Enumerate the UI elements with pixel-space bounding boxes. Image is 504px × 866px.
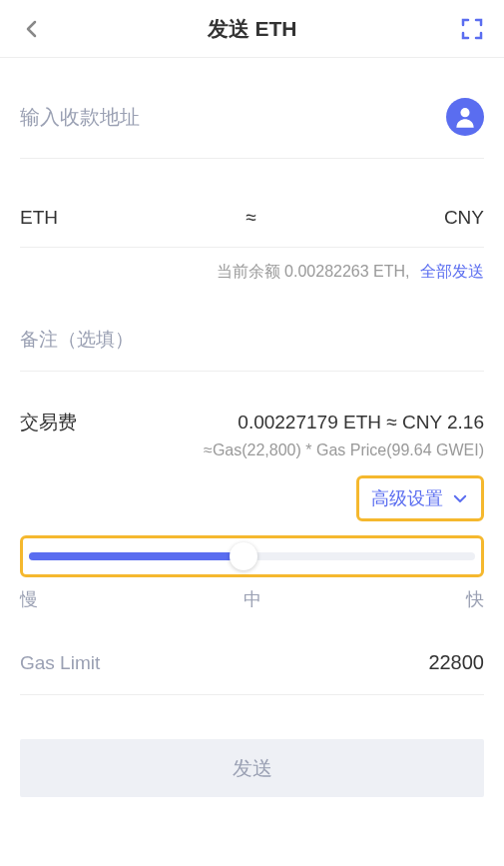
gas-limit-label: Gas Limit: [20, 652, 100, 674]
page-title: 发送 ETH: [208, 15, 297, 43]
gas-limit-row: Gas Limit 22800: [20, 611, 484, 695]
quote-currency-label[interactable]: CNY: [444, 207, 484, 229]
send-all-button[interactable]: 全部发送: [420, 263, 484, 280]
person-icon: [452, 104, 478, 130]
approx-symbol: ≈: [246, 207, 255, 229]
address-input[interactable]: 输入收款地址: [20, 104, 140, 131]
base-currency-label[interactable]: ETH: [20, 207, 58, 229]
slider-labels: 慢 中 快: [20, 587, 484, 611]
chevron-down-icon: [451, 489, 469, 507]
advanced-row: 高级设置: [20, 469, 484, 531]
advanced-label: 高级设置: [371, 486, 443, 510]
scan-button[interactable]: [460, 17, 484, 41]
balance-text: 当前余额 0.00282263 ETH,: [217, 263, 410, 280]
send-button[interactable]: 发送: [20, 739, 484, 797]
svg-point-0: [460, 108, 469, 117]
back-button[interactable]: [20, 17, 44, 41]
slider-label-slow: 慢: [20, 587, 38, 611]
fee-slider-container: [20, 535, 484, 577]
balance-row: 当前余额 0.00282263 ETH, 全部发送: [20, 248, 484, 297]
memo-input[interactable]: 备注（选填）: [20, 327, 484, 353]
slider-fill: [29, 552, 244, 560]
amount-row: ETH ≈ CNY: [20, 159, 484, 248]
address-row: 输入收款地址: [20, 58, 484, 159]
fee-value: 0.00227179 ETH ≈ CNY 2.16: [238, 412, 484, 433]
scan-icon: [460, 17, 484, 41]
slider-label-fast: 快: [466, 587, 484, 611]
chevron-left-icon: [20, 17, 44, 41]
slider-thumb[interactable]: [230, 542, 257, 570]
fee-formula: ≈Gas(22,800) * Gas Price(99.64 GWEI): [20, 441, 484, 469]
fee-label: 交易费: [20, 410, 77, 435]
contact-button[interactable]: [446, 98, 484, 136]
slider-label-medium: 中: [244, 587, 261, 611]
memo-row: 备注（选填）: [20, 297, 484, 372]
advanced-settings-button[interactable]: 高级设置: [356, 475, 484, 521]
header: 发送 ETH: [0, 0, 504, 58]
fee-slider[interactable]: [29, 552, 475, 560]
fee-row: 交易费 0.00227179 ETH ≈ CNY 2.16: [20, 372, 484, 441]
gas-limit-input[interactable]: 22800: [428, 651, 484, 674]
